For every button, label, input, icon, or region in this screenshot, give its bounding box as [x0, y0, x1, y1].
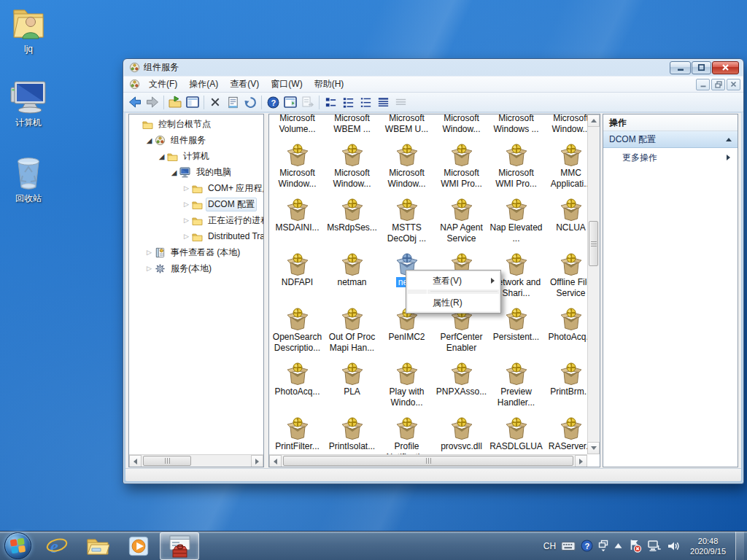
hidden-icons-icon[interactable]: [614, 542, 623, 550]
dcom-item-Microsoft-WBEM[interactable]: Microsoft WBEM ...: [325, 114, 379, 141]
export-list-button[interactable]: [299, 94, 317, 111]
taskbar-ie-button[interactable]: e: [37, 532, 77, 560]
delete-button[interactable]: [206, 94, 224, 111]
more-actions-item[interactable]: 更多操作: [603, 148, 738, 167]
dcom-item-Nap-Elevated[interactable]: Nap Elevated ...: [489, 196, 543, 251]
back-button[interactable]: [126, 94, 144, 111]
view-list-button[interactable]: [357, 94, 374, 111]
forward-button[interactable]: [144, 94, 161, 111]
dcom-item-PNPXAsso[interactable]: PNPXAsso...: [434, 360, 489, 415]
expanded-arrow-icon[interactable]: ◢: [144, 136, 154, 144]
child-close-button[interactable]: [727, 79, 740, 90]
taskbar-explorer-button[interactable]: [78, 532, 117, 560]
collapse-icon[interactable]: [726, 138, 732, 141]
tree-item-控制台根节点[interactable]: 控制台根节点: [129, 116, 263, 132]
dcom-item-MSTTS-DecObj[interactable]: MSTTS DecObj ...: [379, 196, 434, 251]
view-small-icons-button[interactable]: [339, 94, 357, 111]
collapsed-arrow-icon[interactable]: ▷: [144, 265, 154, 272]
collapsed-arrow-icon[interactable]: ▷: [182, 217, 191, 224]
tree-item-我的电脑[interactable]: ◢我的电脑: [129, 164, 263, 180]
language-indicator[interactable]: CH: [543, 541, 556, 551]
taskbar-wmp-button[interactable]: [119, 532, 158, 560]
action-pane-toggle-button[interactable]: [282, 94, 299, 111]
dcom-item-netman[interactable]: netman: [325, 251, 379, 306]
dcom-item-Out-Of-Proc-Mapi-Han[interactable]: Out Of Proc Mapi Han...: [325, 306, 379, 360]
scroll-down-button[interactable]: [587, 442, 600, 454]
window-restore-icon[interactable]: [598, 540, 608, 552]
desktop-icon-recycle-bin[interactable]: 回收站: [0, 155, 57, 205]
tree-item-组件服务[interactable]: ◢组件服务: [129, 132, 263, 148]
show-desktop-button[interactable]: [735, 532, 744, 560]
tree-item-Distributed-Tran[interactable]: ▷Distributed Tran: [129, 228, 263, 244]
keyboard-icon[interactable]: [561, 541, 576, 551]
dcom-item-NAP-Agent-Service[interactable]: NAP Agent Service: [434, 196, 489, 251]
help-icon[interactable]: ?: [581, 540, 593, 552]
context-menu-item-properties[interactable]: 属性(R): [408, 294, 499, 311]
dcom-item-Preview-Handler[interactable]: Preview Handler...: [489, 360, 543, 415]
menu-a[interactable]: 操作(A): [183, 77, 224, 90]
collapsed-arrow-icon[interactable]: ▷: [144, 249, 154, 256]
scroll-right-button[interactable]: [251, 455, 263, 467]
dcom-item-MsRdpSes[interactable]: MsRdpSes...: [325, 196, 379, 251]
maximize-button[interactable]: [692, 61, 711, 74]
tree-item-COM+-应用程序[interactable]: ▷COM+ 应用程序: [129, 180, 263, 196]
child-restore-button[interactable]: [711, 79, 725, 90]
tree-item-事件查看器-(本地)[interactable]: ▷事件查看器 (本地): [129, 244, 263, 260]
dcom-item-Play-with-Windo[interactable]: Play with Windo...: [379, 360, 434, 415]
desktop-icon-computer[interactable]: 计算机: [0, 79, 57, 129]
dcom-item-Microsoft-WBEM-U[interactable]: Microsoft WBEM U...: [379, 114, 434, 141]
help-button[interactable]: ?: [264, 94, 282, 111]
view-details-button[interactable]: [374, 94, 392, 111]
network-icon[interactable]: [647, 540, 662, 552]
scrollbar-thumb[interactable]: [143, 456, 191, 466]
desktop-icon-user-folder[interactable]: ljq: [0, 6, 57, 54]
console-tree-toggle-button[interactable]: [184, 94, 201, 111]
scroll-up-button[interactable]: [587, 114, 600, 127]
dcom-item-Microsoft-WMI-Pro[interactable]: Microsoft WMI Pro...: [434, 141, 489, 196]
action-group-dcom[interactable]: DCOM 配置: [603, 131, 738, 148]
tree-item-计算机[interactable]: ◢计算机: [129, 148, 263, 164]
expanded-arrow-icon[interactable]: ◢: [157, 152, 166, 160]
menu-w[interactable]: 窗口(W): [265, 77, 308, 90]
scrollbar-thumb[interactable]: [589, 221, 598, 266]
dcom-item-Persistent[interactable]: Persistent...: [489, 306, 543, 360]
collapsed-arrow-icon[interactable]: ▷: [182, 184, 191, 192]
dcom-item-PhotoAcq[interactable]: PhotoAcq...: [270, 360, 325, 415]
window-titlebar[interactable]: 组件服务: [123, 59, 743, 76]
context-menu-item-view[interactable]: 查看(V): [408, 272, 499, 289]
view-large-icons-button[interactable]: [322, 94, 339, 111]
volume-icon[interactable]: [667, 540, 681, 552]
dcom-item-OpenSearch-Descriptio[interactable]: OpenSearch Descriptio...: [270, 306, 325, 360]
scroll-right-button[interactable]: [575, 455, 587, 467]
menu-v[interactable]: 查看(V): [224, 77, 265, 90]
menu-h[interactable]: 帮助(H): [309, 77, 350, 90]
tree-item-服务(本地)[interactable]: ▷服务(本地): [129, 260, 263, 276]
taskbar-component-services-button[interactable]: [160, 532, 199, 560]
start-button[interactable]: [4, 532, 31, 559]
scroll-left-button[interactable]: [129, 455, 142, 467]
collapsed-arrow-icon[interactable]: ▷: [182, 233, 191, 240]
menu-f[interactable]: 文件(F): [143, 77, 183, 90]
dcom-item-Microsoft-Window[interactable]: Microsoft Window...: [270, 141, 325, 196]
refresh-button[interactable]: [241, 94, 259, 111]
scroll-left-button[interactable]: [269, 455, 282, 467]
export-folder-button[interactable]: [166, 94, 184, 111]
view-status-button[interactable]: [392, 94, 409, 111]
dcom-item-Microsoft-Window[interactable]: Microsoft Window...: [434, 114, 489, 141]
dcom-item-PLA[interactable]: PLA: [325, 360, 379, 415]
dcom-item-Microsoft-Window[interactable]: Microsoft Window...: [379, 141, 434, 196]
dcom-item-Microsoft-Volume[interactable]: Microsoft Volume...: [270, 114, 325, 141]
action-center-icon[interactable]: [628, 539, 642, 553]
dcom-item-Microsoft-WMI-Pro[interactable]: Microsoft WMI Pro...: [489, 141, 543, 196]
tree-item-DCOM-配置[interactable]: ▷DCOM 配置: [129, 196, 263, 212]
dcom-item-PenIMC2[interactable]: PenIMC2: [379, 306, 434, 360]
dcom-item-Microsoft-Windows[interactable]: Microsoft Windows ...: [489, 114, 543, 141]
tree-item-正在运行的进程[interactable]: ▷正在运行的进程: [129, 212, 263, 228]
dcom-item-PerfCenter-Enabler[interactable]: PerfCenter Enabler: [434, 306, 489, 360]
collapsed-arrow-icon[interactable]: ▷: [182, 201, 191, 208]
expanded-arrow-icon[interactable]: ◢: [169, 168, 179, 176]
tree-horizontal-scrollbar[interactable]: [129, 454, 263, 467]
list-vertical-scrollbar[interactable]: [587, 114, 600, 454]
minimize-button[interactable]: [670, 61, 691, 74]
child-minimize-button[interactable]: [696, 79, 710, 90]
